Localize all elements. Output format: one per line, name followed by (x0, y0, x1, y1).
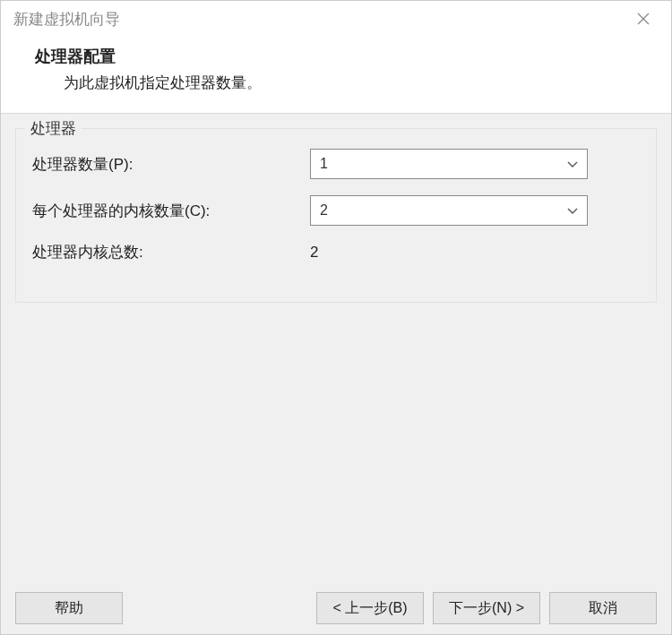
select-processor-count[interactable]: 1 (310, 149, 588, 179)
row-total-cores: 处理器内核总数: 2 (32, 242, 640, 262)
select-value: 1 (320, 156, 328, 172)
page-subtitle: 为此虚拟机指定处理器数量。 (35, 73, 637, 93)
processor-group: 处理器 处理器数量(P): 1 每个处理器的内核数量(C): 2 (15, 128, 657, 303)
select-cores-per-processor[interactable]: 2 (310, 195, 588, 226)
row-cores-per-processor: 每个处理器的内核数量(C): 2 (32, 195, 640, 226)
next-button[interactable]: 下一步(N) > (433, 592, 540, 624)
label-cores-per-processor: 每个处理器的内核数量(C): (32, 201, 310, 221)
row-processor-count: 处理器数量(P): 1 (32, 149, 640, 179)
chevron-down-icon (567, 202, 578, 219)
label-processor-count: 处理器数量(P): (32, 154, 310, 175)
value-total-cores: 2 (310, 244, 318, 262)
group-legend: 处理器 (25, 118, 82, 139)
wizard-header: 处理器配置 为此虚拟机指定处理器数量。 (1, 37, 671, 113)
cancel-button[interactable]: 取消 (549, 592, 657, 624)
window-title: 新建虚拟机向导 (13, 9, 120, 30)
wizard-window: 新建虚拟机向导 处理器配置 为此虚拟机指定处理器数量。 处理器 处理器数量(P)… (0, 0, 672, 635)
page-title: 处理器配置 (35, 46, 637, 67)
select-value: 2 (320, 202, 328, 219)
chevron-down-icon (567, 156, 578, 172)
back-button[interactable]: < 上一步(B) (316, 592, 424, 624)
label-total-cores: 处理器内核总数: (32, 242, 310, 262)
close-button[interactable] (628, 4, 659, 34)
titlebar: 新建虚拟机向导 (1, 1, 671, 37)
wizard-body: 处理器 处理器数量(P): 1 每个处理器的内核数量(C): 2 (1, 113, 671, 582)
help-button[interactable]: 帮助 (15, 592, 123, 624)
wizard-footer: 帮助 < 上一步(B) 下一步(N) > 取消 (1, 582, 671, 634)
close-icon (637, 13, 650, 25)
